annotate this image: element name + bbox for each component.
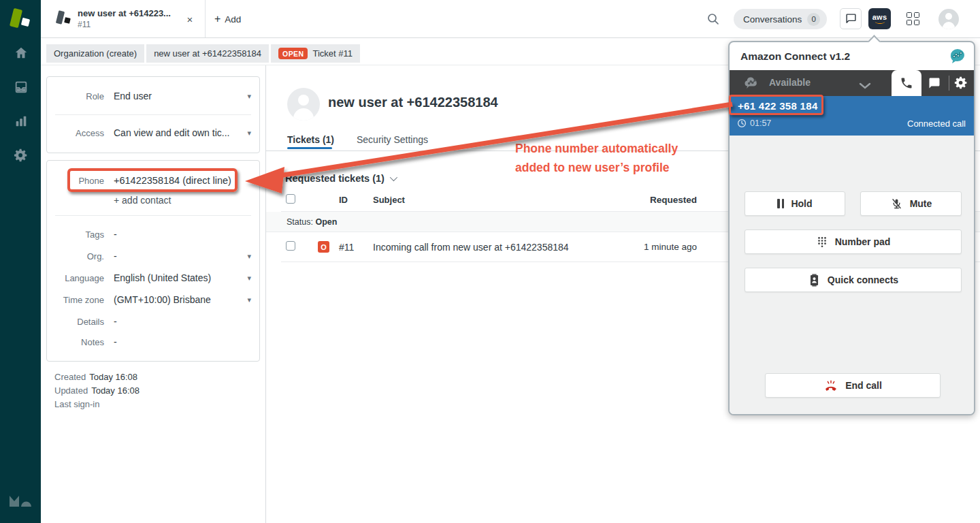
annotation-text-line2: added to new user’s profile: [515, 158, 719, 177]
connect-panel-title: Amazon Connect v1.2: [740, 50, 850, 63]
left-nav-sidebar: [0, 0, 41, 523]
contact-details-card: Phone +61422358184 (direct line) + add c…: [46, 160, 260, 362]
column-header-id[interactable]: ID: [339, 195, 348, 205]
add-label: Add: [225, 14, 241, 25]
open-status-badge: OPEN: [278, 48, 308, 59]
caret-down-icon: ▾: [247, 274, 251, 283]
aws-smile-icon: [875, 20, 885, 24]
zendesk-logomark: [10, 494, 31, 508]
hold-button[interactable]: Hold: [745, 191, 845, 216]
ticket-label: Ticket #11: [312, 48, 353, 59]
amazon-connect-logo-icon: [949, 48, 966, 65]
call-controls: Hold Mute Number pad Quick connects End …: [730, 136, 974, 414]
conversations-count-badge: 0: [807, 13, 820, 26]
user-tab-icon: [56, 10, 72, 27]
add-contact-link[interactable]: + add contact: [114, 195, 171, 206]
page-title: new user at +61422358184: [328, 95, 498, 110]
connect-settings-icon[interactable]: [954, 76, 968, 93]
tab-security-settings[interactable]: Security Settings: [357, 134, 428, 145]
tags-field[interactable]: Tags -: [47, 223, 259, 245]
user-avatar: [287, 88, 320, 121]
top-bar: new user at +614223... #11 × + Add Conve…: [41, 0, 980, 38]
open-ticket-tab[interactable]: new user at +614223... #11 ×: [41, 0, 206, 37]
connect-toolbar: Available: [730, 70, 974, 96]
last-signin-meta: Last sign-in: [54, 399, 103, 409]
requested-tickets-header[interactable]: Requested tickets (1): [285, 173, 395, 184]
updated-meta: UpdatedToday 16:08: [54, 385, 140, 396]
phone-field[interactable]: Phone +61422358184 (direct line): [47, 170, 259, 191]
details-value: -: [114, 316, 117, 327]
role-access-card: Role End user ▾ Access Can view and edit…: [46, 76, 260, 153]
quick-connects-button[interactable]: Quick connects: [745, 268, 962, 292]
tags-value: -: [114, 229, 117, 240]
apps-grid-icon[interactable]: [906, 12, 920, 26]
notes-label: Notes: [47, 337, 104, 347]
ticket-id-cell[interactable]: #11: [339, 242, 354, 253]
ticket-status-badge: O: [318, 241, 329, 253]
details-label: Details: [47, 317, 104, 327]
call-timer-icon: [737, 118, 747, 131]
breadcrumb-organization[interactable]: Organization (create): [46, 44, 144, 63]
connect-status-icon: [743, 76, 761, 93]
profile-avatar[interactable]: [938, 9, 959, 29]
phone-value: +61422358184 (direct line): [114, 175, 231, 186]
chevron-down-icon: [390, 174, 397, 181]
role-label: Role: [47, 91, 104, 101]
ticket-requested-cell: 1 minute ago: [615, 242, 697, 252]
language-field[interactable]: Language English (United States) ▾: [47, 267, 259, 289]
timezone-field[interactable]: Time zone (GMT+10:00) Brisbane ▾: [47, 289, 259, 311]
mute-button[interactable]: Mute: [860, 191, 962, 216]
column-header-subject[interactable]: Subject: [373, 195, 405, 205]
end-call-button[interactable]: End call: [765, 373, 941, 398]
conversations-button[interactable]: Conversations 0: [734, 9, 827, 29]
number-pad-button[interactable]: Number pad: [745, 229, 962, 254]
views-icon[interactable]: [13, 79, 29, 95]
role-value: End user: [114, 91, 152, 101]
call-timer: 01:57: [750, 118, 771, 128]
chat-app-button[interactable]: [840, 8, 862, 29]
tab-tickets[interactable]: Tickets (1): [287, 134, 334, 145]
org-value: -: [114, 251, 117, 262]
active-call-bar: +61 422 358 184 01:57 Connected call: [730, 96, 974, 136]
tags-label: Tags: [47, 229, 104, 240]
user-profile-sidebar: Role End user ▾ Access Can view and edit…: [41, 65, 266, 523]
breadcrumb-user[interactable]: new user at +61422358184: [146, 44, 269, 63]
zendesk-products-logo[interactable]: [9, 7, 32, 31]
column-header-requested[interactable]: Requested: [615, 195, 697, 205]
agent-status[interactable]: Available: [769, 77, 811, 88]
screen: new user at +614223... #11 × + Add Conve…: [0, 0, 980, 523]
status-chevron-icon[interactable]: [859, 80, 871, 92]
plus-icon: +: [214, 13, 220, 25]
close-tab-icon[interactable]: ×: [182, 12, 197, 27]
language-value: English (United States): [114, 272, 211, 283]
caret-down-icon: ▾: [247, 296, 251, 304]
access-value: Can view and edit own tic...: [114, 127, 229, 138]
org-label: Org.: [47, 251, 104, 262]
softphone-tab[interactable]: [892, 70, 921, 96]
add-tab-button[interactable]: + Add: [214, 11, 241, 27]
details-field[interactable]: Details -: [47, 311, 259, 332]
dialpad-icon: [816, 235, 828, 249]
reports-icon[interactable]: [13, 113, 29, 129]
aws-connect-app-button[interactable]: aws: [868, 8, 891, 29]
access-field[interactable]: Access Can view and edit own tic... ▾: [47, 122, 259, 144]
org-field[interactable]: Org. - ▾: [47, 245, 259, 267]
caller-phone-number: +61 422 358 184: [738, 100, 818, 112]
role-field[interactable]: Role End user ▾: [47, 85, 259, 107]
caret-down-icon: ▾: [247, 252, 251, 261]
pause-icon: [777, 199, 784, 208]
ticket-subject-cell[interactable]: Incoming call from new user at +61422358…: [373, 242, 569, 253]
select-all-checkbox[interactable]: [286, 194, 295, 204]
home-icon[interactable]: [13, 45, 29, 61]
phone-icon: [900, 76, 913, 90]
caret-down-icon: ▾: [247, 129, 251, 138]
notes-value: -: [114, 336, 117, 347]
created-meta: CreatedToday 16:08: [54, 372, 137, 382]
row-checkbox[interactable]: [286, 241, 295, 251]
admin-gear-icon[interactable]: [13, 147, 29, 163]
chat-tab-icon[interactable]: [928, 77, 941, 92]
search-icon[interactable]: [706, 12, 720, 26]
breadcrumb-ticket[interactable]: OPEN Ticket #11: [271, 44, 360, 63]
notes-field[interactable]: Notes -: [47, 331, 259, 353]
end-call-icon: [823, 379, 838, 392]
